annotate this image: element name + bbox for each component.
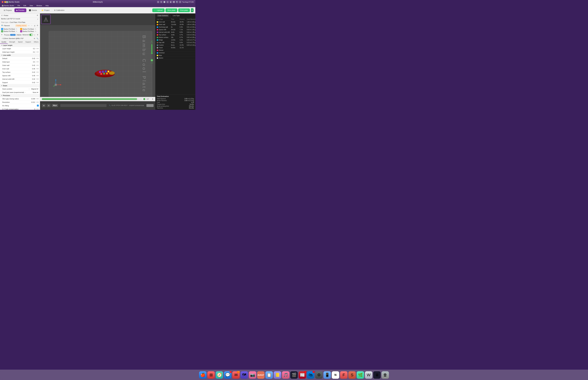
internal-solid-infill-input[interactable]: [27, 78, 35, 80]
progress-bar: [42, 98, 142, 100]
inner-wall-input[interactable]: [27, 68, 35, 70]
flushing-volumes-badge[interactable]: Flushing volumes: [16, 25, 27, 27]
filament-edit-1[interactable]: ✎: [16, 28, 18, 30]
filament-header: 🧵 Filament Flushing volumes + − 🖨 ⚙: [0, 24, 40, 27]
search-icon[interactable]: 🔍: [176, 1, 178, 3]
tab-support[interactable]: Support: [24, 40, 33, 44]
tab-calibration[interactable]: ⚙ Calibration: [52, 8, 66, 12]
rp-row-unretract: Unretract □: [155, 52, 195, 54]
project-icon: 📁: [41, 9, 44, 11]
setting-internal-solid-infill: Internal solid infill mm: [0, 77, 40, 81]
thumbnail-1[interactable]: [41, 15, 51, 24]
xy-hole-input[interactable]: [27, 108, 35, 110]
model-print-time-row: Model printing time: 39m42s: [157, 105, 194, 107]
menu-file[interactable]: File: [17, 4, 20, 7]
setting-seam-position: Seam position − Aligned Random Nearest: [0, 87, 40, 91]
axes-indicator: [53, 78, 61, 87]
slice-button[interactable]: Slice plate: [166, 8, 177, 12]
progress-area: 197 ⇕: [40, 97, 155, 101]
tab-project[interactable]: 📁 Project: [39, 8, 52, 12]
rp-row-bridge: Bridge 1m53s 4.2% 0.25 m 0.77 g ✓: [155, 39, 195, 41]
profile-search-icon[interactable]: 🔍: [36, 37, 39, 40]
filament-remove-icon[interactable]: −: [30, 24, 33, 27]
sync-icon[interactable]: ↻: [160, 1, 162, 3]
tab-strength[interactable]: Strength: [8, 40, 17, 44]
progress-adjust-icon[interactable]: ⇕: [152, 98, 153, 100]
bottom-slider[interactable]: [146, 104, 153, 107]
print-button[interactable]: Print plate: [178, 8, 190, 12]
bottom-bar: ⊞ ⊡ PLA 🔧 GLUE STICK CAN HELP. 专用胶棒可改善贴板…: [40, 101, 155, 110]
slice-gap-input[interactable]: [27, 98, 35, 100]
profile-copy-icon[interactable]: ⊕: [33, 37, 36, 40]
notification-icon[interactable]: N: [157, 1, 159, 3]
setting-layer-height: Layer height mm: [0, 47, 40, 50]
top-surface-input[interactable]: [27, 71, 35, 73]
section-layer-height[interactable]: ▼ Layer height: [0, 44, 40, 47]
tab-others[interactable]: Others: [32, 40, 40, 44]
tab-speed[interactable]: Speed: [17, 40, 24, 44]
spotlight-icon[interactable]: ⊙: [179, 1, 181, 3]
filament-print-icon[interactable]: 🖨: [33, 24, 36, 27]
rp-row-internal-solid: Internal solid infill 4m0s 8.8% 0.64 m 1…: [155, 31, 195, 34]
initial-layer-height-input[interactable]: [27, 51, 35, 53]
process-list-icon[interactable]: ≡: [34, 34, 36, 36]
outer-wall-input[interactable]: [27, 64, 35, 66]
right-panel: Color Scheme | Line Type Line Type Time …: [155, 13, 195, 110]
viewport: Bambu Cool Plate: [40, 25, 155, 101]
line-type-tab[interactable]: Line Type: [172, 14, 181, 17]
default-width-input[interactable]: [27, 57, 35, 59]
support-input[interactable]: [27, 82, 35, 83]
filament-add-icon[interactable]: +: [28, 24, 30, 27]
section-seam[interactable]: ▼ Seam: [0, 84, 40, 87]
tab-quality[interactable]: Quality: [0, 40, 8, 44]
initial-layer-width-input[interactable]: [27, 61, 35, 63]
printer-settings-icon[interactable]: ⚙: [36, 14, 39, 17]
filament-settings-icon[interactable]: ⚙: [36, 24, 39, 27]
resolution-input[interactable]: [27, 101, 35, 103]
filament-edit-3[interactable]: ✎: [16, 30, 18, 32]
seam-position-select[interactable]: Aligned Random Nearest: [30, 88, 39, 90]
bottom-icons: ⊞ ⊡: [42, 104, 51, 107]
section-line-width[interactable]: ▼ Line width: [0, 54, 40, 57]
bed-object[interactable]: [93, 67, 116, 78]
upload-button[interactable]: ↑ ↑ Upload: [152, 8, 164, 12]
global-tag[interactable]: Global: [10, 34, 16, 36]
filament-edit-2[interactable]: ✎: [35, 28, 37, 30]
clock-icon[interactable]: 🕐: [163, 1, 166, 3]
svg-rect-19: [55, 84, 57, 86]
filament-icon: 🧵: [1, 25, 3, 27]
process-settings-icon[interactable]: ⚙: [37, 34, 39, 36]
tab-prepare[interactable]: ⊞ Prepare: [2, 8, 14, 12]
arc-fitting-checkbox[interactable]: [37, 105, 39, 107]
printer-edit-icon[interactable]: ↗: [36, 18, 39, 20]
setting-support: Support mm: [0, 81, 40, 84]
rp-row-seams: Seams ✓: [155, 57, 195, 59]
setting-xy-hole: X-Y hole compensation mm: [0, 107, 40, 110]
layer-height-input[interactable]: [27, 48, 35, 49]
ruler-plus-button[interactable]: +: [151, 59, 153, 61]
filament-num-1: 1: [1, 28, 3, 30]
print-dropdown[interactable]: ▾: [191, 8, 194, 12]
scarf-joint-select[interactable]: None All perimeters: [26, 91, 39, 93]
text-icon[interactable]: A: [167, 1, 169, 3]
filament-edit-4[interactable]: ✎: [35, 30, 37, 32]
bed-icon-1[interactable]: ⊞: [42, 104, 46, 107]
color-scheme-tab[interactable]: Color Scheme: [157, 14, 169, 17]
filament-name-2: Bambu PLA Basic: [23, 28, 34, 30]
settings-scroll[interactable]: ▼ Layer height Layer height mm Initial l…: [0, 44, 40, 110]
section-precision[interactable]: ▼ Precision: [0, 94, 40, 97]
menu-edit[interactable]: Edit: [23, 4, 27, 7]
battery-icon: ▮: [170, 1, 172, 3]
progress-number: 197: [146, 98, 151, 100]
menu-app[interactable]: 🐼 Bambu Studio: [1, 4, 15, 7]
bed-icon-2[interactable]: ⊡: [47, 104, 51, 107]
close-button[interactable]: [2, 1, 3, 3]
sparse-infill-input[interactable]: [27, 75, 35, 76]
menu-view[interactable]: View: [29, 4, 34, 7]
menu-help[interactable]: Help: [45, 4, 49, 7]
advanced-toggle[interactable]: [29, 34, 33, 36]
tab-device[interactable]: ⬛ Device: [27, 8, 39, 12]
menu-window[interactable]: Window: [36, 4, 43, 7]
objects-tag[interactable]: Objects: [16, 34, 22, 36]
tab-preview[interactable]: ▶ Preview: [15, 8, 26, 12]
